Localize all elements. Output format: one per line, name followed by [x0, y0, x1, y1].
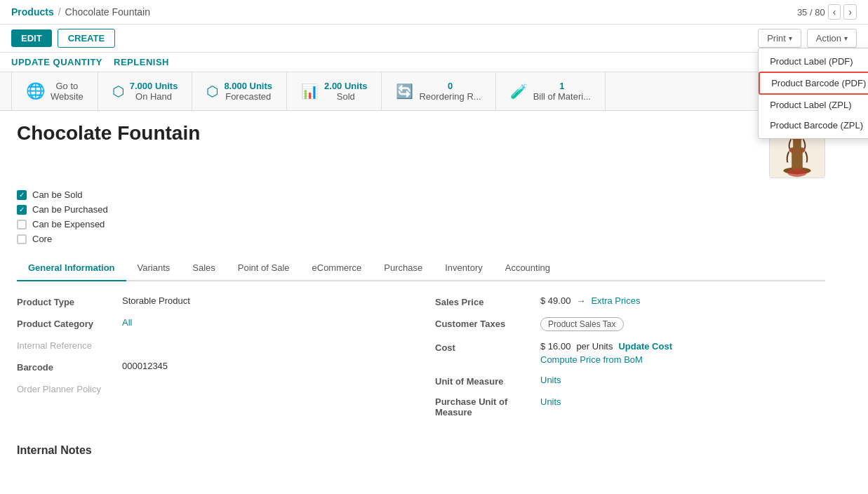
order-planner-row: Order Planner Policy — [17, 382, 407, 394]
create-button[interactable]: CREATE — [58, 29, 115, 48]
reordering-button[interactable]: 🔄 0 Reordering R... — [382, 72, 495, 110]
tab-point-of-sale[interactable]: Point of Sale — [227, 255, 301, 281]
forecasted-count: 8.000 Units — [224, 81, 272, 91]
reordering-label: Reordering R... — [419, 91, 481, 102]
on-hand-label: On Hand — [130, 91, 178, 102]
print-item-label: Product Label (PDF) — [770, 56, 853, 67]
customer-taxes-label: Customer Taxes — [435, 317, 540, 329]
go-to-website-button[interactable]: 🌐 Go to Website — [11, 72, 98, 110]
on-hand-button[interactable]: ⬡ 7.000 Units On Hand — [98, 72, 193, 110]
print-product-barcode-pdf[interactable]: Product Barcode (PDF) — [759, 72, 868, 95]
extra-prices-link[interactable]: Extra Prices — [591, 295, 640, 306]
product-type-label: Product Type — [17, 295, 122, 307]
breadcrumb-parent-link[interactable]: Products — [11, 6, 54, 18]
edit-button[interactable]: EDIT — [11, 29, 52, 47]
core-checkbox[interactable] — [17, 234, 27, 244]
globe-icon: 🌐 — [26, 82, 45, 100]
pagination-text: 35 / 80 — [797, 7, 825, 18]
can-be-sold-row: Can be Sold — [17, 189, 825, 200]
barcode-row: Barcode 000012345 — [17, 361, 407, 373]
compute-price-link[interactable]: Compute Price from BoM — [540, 354, 672, 365]
customer-taxes-tag: Product Sales Tax — [540, 317, 624, 331]
pagination: 35 / 80 ‹ › — [797, 4, 857, 20]
tabs: General Information Variants Sales Point… — [17, 255, 825, 281]
internal-reference-label: Internal Reference — [17, 339, 122, 351]
print-item-label: Product Label (ZPL) — [770, 100, 851, 110]
can-be-sold-checkbox[interactable] — [17, 190, 27, 200]
cost-value: $ 16.00 — [540, 341, 570, 352]
sales-price-row: Sales Price $ 49.00 → Extra Prices — [435, 295, 825, 307]
customer-taxes-row: Customer Taxes Product Sales Tax — [435, 317, 825, 331]
unit-of-measure-row: Unit of Measure Units — [435, 375, 825, 387]
internal-reference-row: Internal Reference — [17, 339, 407, 351]
forecasted-button[interactable]: ⬡ 8.000 Units Forecasted — [192, 72, 287, 110]
breadcrumb-separator: / — [58, 6, 61, 18]
action-label: Action — [816, 33, 841, 44]
print-caret-icon: ▾ — [789, 34, 792, 42]
on-hand-icon: ⬡ — [112, 83, 124, 100]
print-product-label-pdf[interactable]: Product Label (PDF) — [759, 51, 868, 72]
pagination-prev-button[interactable]: ‹ — [828, 4, 841, 20]
cost-row: Cost $ 16.00 per Units Update Cost Compu… — [435, 341, 825, 365]
tab-sales[interactable]: Sales — [181, 255, 227, 281]
replenish-button[interactable]: REPLENISH — [114, 57, 169, 67]
smart-buttons-bar: 🌐 Go to Website ⬡ 7.000 Units On Hand ⬡ … — [0, 72, 868, 111]
bom-button[interactable]: 🧪 1 Bill of Materi... — [496, 72, 606, 110]
form-left: Product Type Storable Product Product Ca… — [17, 295, 407, 427]
print-product-label-zpl[interactable]: Product Label (ZPL) — [759, 95, 868, 115]
bom-label: Bill of Materi... — [533, 91, 591, 102]
action-button[interactable]: Action ▾ — [807, 29, 857, 48]
unit-of-measure-label: Unit of Measure — [435, 375, 540, 387]
tab-purchase[interactable]: Purchase — [373, 255, 434, 281]
sold-button[interactable]: 📊 2.00 Units Sold — [287, 72, 382, 110]
sales-price-label: Sales Price — [435, 295, 540, 307]
tab-inventory[interactable]: Inventory — [434, 255, 493, 281]
checkbox-group: Can be Sold Can be Purchased Can be Expe… — [17, 189, 825, 244]
tab-variants[interactable]: Variants — [126, 255, 182, 281]
core-label: Core — [32, 234, 52, 244]
svg-point-8 — [787, 168, 806, 177]
product-category-label: Product Category — [17, 317, 122, 329]
secondary-bar: UPDATE QUANTITY REPLENISH — [0, 53, 868, 72]
can-be-purchased-label: Can be Purchased — [32, 204, 108, 215]
bom-icon: 🧪 — [510, 83, 528, 100]
update-quantity-button[interactable]: UPDATE QUANTITY — [11, 57, 102, 67]
tab-ecommerce[interactable]: eCommerce — [301, 255, 373, 281]
can-be-purchased-checkbox[interactable] — [17, 205, 27, 215]
product-category-value[interactable]: All — [122, 317, 132, 328]
can-be-sold-label: Can be Sold — [32, 189, 83, 200]
top-nav: Products / Chocolate Fountain 35 / 80 ‹ … — [0, 0, 868, 25]
purchase-unit-row: Purchase Unit of Measure Units — [435, 396, 825, 418]
can-be-expensed-checkbox[interactable] — [17, 220, 27, 229]
barcode-value: 000012345 — [122, 361, 168, 371]
can-be-expensed-row: Can be Expensed — [17, 219, 825, 229]
product-title: Chocolate Fountain — [17, 122, 200, 145]
sales-price-value: $ 49.00 — [540, 295, 570, 306]
go-to-website-line1: Go to — [51, 81, 84, 91]
print-item-label: Product Barcode (ZPL) — [770, 120, 863, 131]
print-button[interactable]: Print ▾ — [758, 29, 801, 48]
pagination-next-button[interactable]: › — [843, 4, 857, 20]
tab-general-information[interactable]: General Information — [17, 255, 126, 281]
print-label: Print — [767, 33, 786, 44]
product-type-row: Product Type Storable Product — [17, 295, 407, 307]
reordering-icon: 🔄 — [396, 83, 413, 100]
product-type-value: Storable Product — [122, 295, 190, 306]
barcode-label: Barcode — [17, 361, 122, 373]
internal-notes-title: Internal Notes — [17, 444, 825, 457]
cost-label: Cost — [435, 341, 540, 353]
main-content: Chocolate Fountain — [0, 111, 842, 468]
unit-of-measure-value[interactable]: Units — [540, 375, 561, 385]
product-category-row: Product Category All — [17, 317, 407, 329]
reordering-count: 0 — [419, 81, 481, 91]
arrow-icon: → — [576, 295, 585, 306]
print-item-label: Product Barcode (PDF) — [771, 78, 866, 88]
print-product-barcode-zpl[interactable]: Product Barcode (ZPL) — [759, 115, 868, 135]
can-be-expensed-label: Can be Expensed — [32, 219, 105, 229]
cost-value-group: $ 16.00 per Units Update Cost — [540, 341, 672, 352]
update-cost-link[interactable]: Update Cost — [618, 341, 672, 352]
tab-accounting[interactable]: Accounting — [494, 255, 561, 281]
form-right: Sales Price $ 49.00 → Extra Prices Custo… — [435, 295, 825, 427]
forecasted-label: Forecasted — [224, 91, 272, 102]
purchase-unit-value[interactable]: Units — [540, 396, 561, 407]
